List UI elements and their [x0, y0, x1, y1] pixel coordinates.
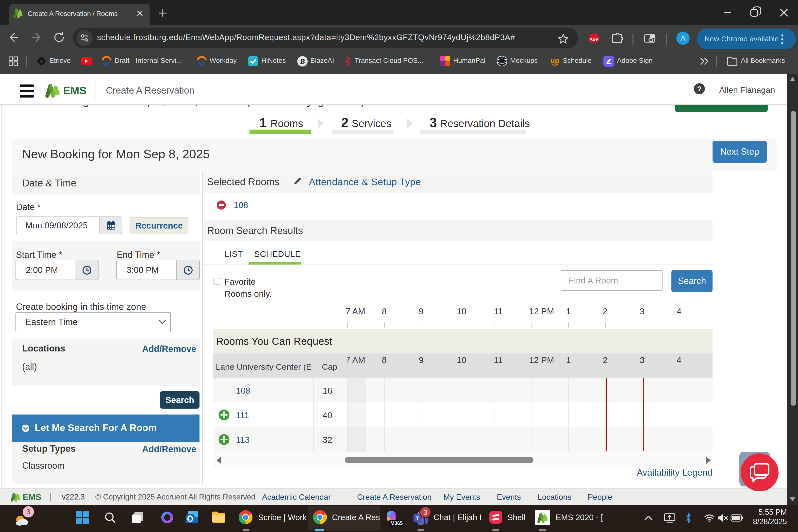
- svg-text:S: S: [40, 59, 43, 64]
- svg-text:up: up: [550, 56, 559, 64]
- svg-text:w: w: [198, 59, 205, 67]
- svg-text:B: B: [300, 57, 305, 65]
- svg-text:w: w: [103, 59, 110, 67]
- svg-text:ABP: ABP: [590, 37, 598, 42]
- svg-text:T: T: [416, 515, 419, 521]
